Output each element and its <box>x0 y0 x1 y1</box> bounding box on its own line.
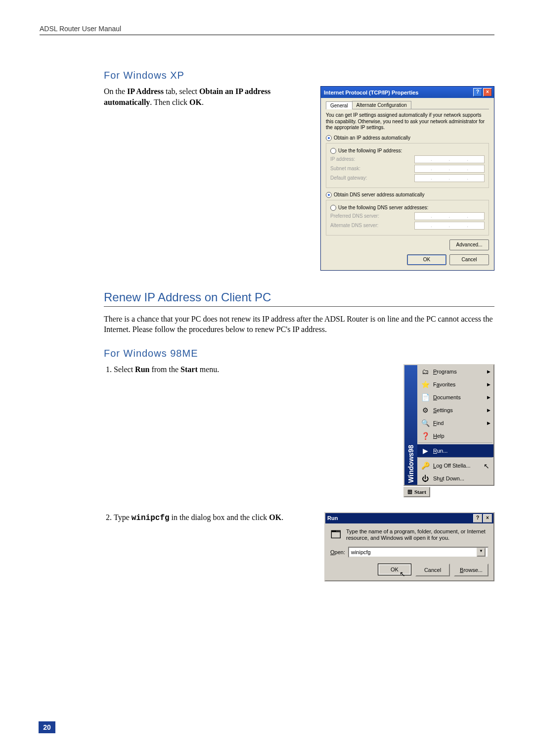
start-menu-item-settings[interactable]: ⚙ Settings ▶ <box>417 404 493 417</box>
start-menu-item-shutdown[interactable]: ⏻ Shut Down... <box>417 472 493 485</box>
logoff-icon: 🔑 <box>420 461 430 471</box>
run-icon: ▶ <box>420 446 430 456</box>
dialog-info-text: You can get IP settings assigned automat… <box>326 112 489 131</box>
tcpip-properties-dialog: Internet Protocol (TCP/IP) Properties ? … <box>320 86 494 271</box>
dialog-title-text: Internet Protocol (TCP/IP) Properties <box>324 90 418 95</box>
dialog-titlebar[interactable]: Internet Protocol (TCP/IP) Properties ? … <box>321 87 494 98</box>
radio-use-following-ip[interactable]: Use the following IP address: <box>330 148 485 154</box>
cancel-button[interactable]: Cancel <box>415 564 450 576</box>
dialog-title-text: Run <box>327 515 338 521</box>
heading-renew-ip: Renew IP Address on Client PC <box>104 290 494 307</box>
input-subnet-mask[interactable]: ... <box>414 165 485 173</box>
open-label: Open: <box>330 549 345 555</box>
step-2: Type winipcfg in the dialog box and the … <box>114 512 312 524</box>
run-dialog: Run ? × 🗔 Type the name of a program, fo… <box>324 512 494 582</box>
heading-windows-xp: For Windows XP <box>104 70 494 81</box>
input-alternate-dns[interactable]: ... <box>414 222 485 230</box>
radio-obtain-ip-auto[interactable]: Obtain an IP address automatically <box>326 135 489 141</box>
label-subnet-mask: Subnet mask: <box>330 166 360 171</box>
radio-icon <box>330 205 336 211</box>
menu-separator <box>418 443 492 444</box>
programs-icon: 🗂 <box>420 367 430 377</box>
start-menu-item-run[interactable]: ▶ Run... <box>417 444 493 457</box>
page-number: 20 <box>39 721 55 733</box>
find-icon: 🔍 <box>420 418 430 428</box>
tab-alternate-configuration[interactable]: Alternate Configuration <box>352 101 411 109</box>
heading-windows-98me: For Windows 98ME <box>104 348 494 359</box>
mouse-cursor-icon: ↖ <box>400 570 405 578</box>
start-menu-item-help[interactable]: ❓ Help <box>417 429 493 442</box>
start-menu-item-programs[interactable]: 🗂 Programs ▶ <box>417 365 493 378</box>
winxp-instruction-paragraph: On the IP Address tab, select Obtain an … <box>104 86 309 107</box>
start-menu-side-banner: Windows98 <box>404 365 417 485</box>
dropdown-button[interactable]: ▼ <box>477 548 486 557</box>
cancel-button[interactable]: Cancel <box>449 254 489 265</box>
browse-button[interactable]: Browse... <box>454 564 489 576</box>
mouse-cursor-icon: ↖ <box>484 462 490 471</box>
radio-obtain-dns-auto[interactable]: Obtain DNS server address automatically <box>326 192 489 198</box>
tabstrip: General Alternate Configuration <box>326 101 489 109</box>
documents-icon: 📄 <box>420 392 430 402</box>
windows-logo-icon: ⊞ <box>407 488 412 496</box>
label-default-gateway: Default gateway: <box>330 175 367 181</box>
menu-separator <box>418 458 492 459</box>
start-menu-item-find[interactable]: 🔍 Find ▶ <box>417 417 493 429</box>
ok-button[interactable]: OK <box>407 254 446 265</box>
run-dialog-description: Type the name of a program, folder, docu… <box>346 528 489 542</box>
win98-start-menu: Windows98 🗂 Programs ▶ ⭐ Favorites <box>403 364 494 486</box>
submenu-arrow-icon: ▶ <box>487 369 490 374</box>
settings-icon: ⚙ <box>420 405 430 415</box>
step-1: Select Run from the Start menu. <box>114 364 392 375</box>
label-alternate-dns: Alternate DNS server: <box>330 223 378 228</box>
run-dialog-icon: 🗔 <box>330 528 341 541</box>
submenu-arrow-icon: ▶ <box>487 421 490 425</box>
start-menu-item-logoff[interactable]: 🔑 Log Off Stella... <box>417 459 493 472</box>
renew-ip-paragraph: There is a chance that your PC does not … <box>104 314 494 335</box>
favorites-icon: ⭐ <box>420 379 430 389</box>
running-header: ADSL Router User Manaul <box>40 25 494 35</box>
advanced-button[interactable]: Advanced... <box>449 239 489 250</box>
start-menu-item-favorites[interactable]: ⭐ Favorites ▶ <box>417 378 493 391</box>
tab-general[interactable]: General <box>326 101 353 109</box>
radio-use-following-dns[interactable]: Use the following DNS server addresses: <box>330 205 485 211</box>
label-ip-address: IP address: <box>330 156 355 162</box>
radio-icon <box>326 135 332 141</box>
submenu-arrow-icon: ▶ <box>487 395 490 400</box>
close-button[interactable]: × <box>483 514 492 522</box>
ok-button[interactable]: OK <box>378 564 411 575</box>
help-icon: ❓ <box>420 431 430 441</box>
start-button[interactable]: ⊞ Start <box>403 487 430 497</box>
open-input[interactable]: winipcfg ▼ <box>348 547 489 558</box>
dialog-titlebar[interactable]: Run ? × <box>325 513 493 523</box>
close-button[interactable]: × <box>483 88 492 96</box>
radio-icon <box>330 148 336 154</box>
input-default-gateway[interactable]: ... <box>414 174 485 182</box>
input-ip-address[interactable]: ... <box>414 155 485 163</box>
input-preferred-dns[interactable]: ... <box>414 212 485 220</box>
submenu-arrow-icon: ▶ <box>487 382 490 387</box>
start-menu-item-documents[interactable]: 📄 Documents ▶ <box>417 391 493 404</box>
help-button[interactable]: ? <box>473 514 482 522</box>
submenu-arrow-icon: ▶ <box>487 408 490 413</box>
shutdown-icon: ⏻ <box>420 473 430 483</box>
radio-icon <box>326 192 332 198</box>
label-preferred-dns: Preferred DNS server: <box>330 213 379 219</box>
help-button[interactable]: ? <box>473 88 482 96</box>
